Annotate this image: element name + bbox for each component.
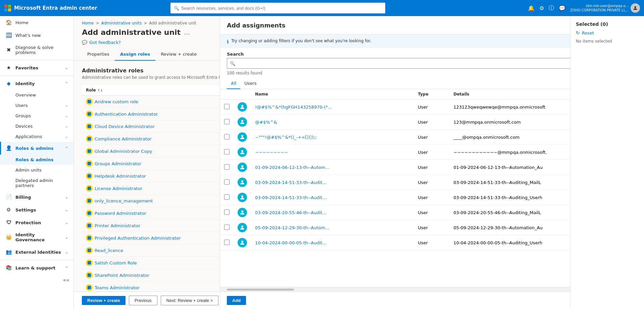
user-checkbox[interactable] [224,149,230,154]
role-icon-inner [88,137,91,140]
user-checkbox[interactable] [224,179,230,185]
sidebar-favorites[interactable]: ★ Favorites ⌄ [0,61,73,74]
user-avatar-cell [234,175,251,190]
collapse-icon: «« [63,277,69,283]
sidebar-settings[interactable]: ⚙ Settings ⌄ [0,203,73,216]
panel-tab-all[interactable]: All [227,78,240,89]
reset-button[interactable]: ↻ Reset [576,30,639,36]
sidebar-item-applications[interactable]: Applications ⌄ [0,131,73,142]
user-avatar-cell [234,100,251,115]
sidebar-item-groups[interactable]: Groups ⌄ [0,111,73,121]
user-checkbox-cell[interactable] [220,205,234,220]
help-icon[interactable]: ⓘ [549,5,554,12]
sidebar-item-roles-admins-sub[interactable]: Roles & admins [0,154,73,165]
user-type-cell: User [414,175,449,190]
user-checkbox-cell[interactable] [220,160,234,175]
sidebar-item-diagnose[interactable]: ✖ Diagnose & solve problems [0,42,73,58]
tab-properties[interactable]: Properties [82,48,115,61]
role-name: Global Administrator Copy [95,149,152,154]
user-checkbox-cell[interactable] [220,220,234,235]
user-checkbox-cell[interactable] [220,130,234,145]
user-avatar-icon [239,179,245,185]
svg-rect-3 [8,8,11,11]
tab-review-create[interactable]: Review + create [155,48,202,61]
review-create-button[interactable]: Review + create [82,296,126,305]
role-name: Groups Administrator [95,161,141,166]
sidebar-item-users[interactable]: Users ⌄ [0,100,73,111]
user-checkbox-cell[interactable] [220,115,234,130]
svg-rect-0 [4,5,7,8]
sidebar-identity-governance[interactable]: 👑 Identity Governance ⌄ [0,229,73,246]
user-checkbox[interactable] [224,104,230,109]
user-checkbox[interactable] [224,194,230,200]
role-name: Satish Custom Role [95,260,137,265]
user-name-cell: ~"""!@#$%^&*()_-+=[]{|\;: [251,130,414,145]
user-name-cell: 03-09-2024-20-55-46-th--Audit... [251,205,414,220]
user-checkbox-cell[interactable] [220,175,234,190]
user-checkbox[interactable] [224,225,230,230]
user-type-cell: User [414,220,449,235]
breadcrumb-sep-1: > [96,21,99,25]
user-name-cell: @#$%^& [251,115,414,130]
user-profile[interactable]: idm-mb-user@ompqa.o... ZOHO CORPORATION … [570,3,640,13]
sidebar-collapse-btn[interactable]: «« [0,274,73,286]
user-checkbox-cell[interactable] [220,235,234,250]
feedback-icon[interactable]: 💬 [559,5,565,11]
tab-assign-roles[interactable]: Assign roles [115,48,155,61]
breadcrumb-admin-units[interactable]: Administrative units [101,21,142,25]
global-search-box[interactable]: 🔍 [170,3,385,13]
user-checkbox[interactable] [224,119,230,124]
favorites-chevron-icon: ⌄ [65,66,68,70]
sidebar-settings-label: Settings [15,207,36,212]
sidebar-item-users-label: Users [15,103,28,108]
sidebar-billing-label: Billing [15,195,31,200]
role-icon-inner [88,236,91,240]
sidebar-identity[interactable]: ◆ Identity ⌃ [0,77,73,90]
breadcrumb-home[interactable]: Home [82,21,94,25]
sidebar-billing[interactable]: 📄 Billing ⌄ [0,191,73,203]
sidebar-item-overview[interactable]: Overview [0,90,73,100]
more-options-icon[interactable]: … [184,29,190,36]
sidebar-item-admin-units[interactable]: Admin units [0,165,73,175]
user-checkbox[interactable] [224,209,230,215]
sort-icon[interactable]: ↑↓ [97,88,103,92]
user-checkbox-cell[interactable] [220,100,234,115]
sidebar-protection[interactable]: 🛡 Protection ⌄ [0,216,73,229]
user-checkbox[interactable] [224,164,230,170]
sidebar-item-delegated-admin[interactable]: Delegated admin partners [0,175,73,191]
user-checkbox[interactable] [224,134,230,139]
next-review-create-button[interactable]: Next: Review + create > [161,296,219,305]
notification-icon[interactable]: 🔔 [528,5,535,11]
avatar-icon [633,5,638,11]
svg-point-14 [241,241,243,243]
svg-point-5 [241,105,243,107]
add-button[interactable]: Add [227,296,246,305]
role-icon-inner [88,211,91,215]
sidebar-item-devices[interactable]: Devices ⌄ [0,121,73,131]
global-search-input[interactable] [181,6,382,11]
scrollbar-thumb [227,289,294,291]
panel-tab-users[interactable]: Users [240,78,260,89]
sidebar-divider-3 [0,260,73,260]
settings-icon[interactable]: ⚙ [539,5,544,11]
role-icon [86,173,93,179]
sidebar-roles-admins[interactable]: 👤 Roles & admins ⌃ [0,142,73,154]
sidebar-external-identities[interactable]: 👥 External Identities ⌄ [0,246,73,258]
devices-chevron-icon: ⌄ [65,124,68,128]
sidebar-protection-label: Protection [15,220,41,225]
role-name: only_licence_management [95,198,153,203]
user-checkbox-cell[interactable] [220,145,234,160]
role-icon-inner [88,224,91,227]
user-name: 03-09-2024-14-51-33-th--Audit... [255,195,327,200]
sidebar-item-whats-new[interactable]: 🆕 What's new [0,29,73,42]
user-avatar [238,163,247,172]
sidebar-learn-support[interactable]: 📚 Learn & support ⌃ [0,261,73,274]
user-checkbox[interactable] [224,240,230,245]
previous-button[interactable]: Previous [129,296,157,305]
avatar[interactable] [631,3,640,13]
sidebar-item-home[interactable]: 🏠 Home [0,16,73,29]
user-avatar-cell [234,220,251,235]
user-type-cell: User [414,235,449,250]
user-type-cell: User [414,130,449,145]
user-checkbox-cell[interactable] [220,190,234,205]
